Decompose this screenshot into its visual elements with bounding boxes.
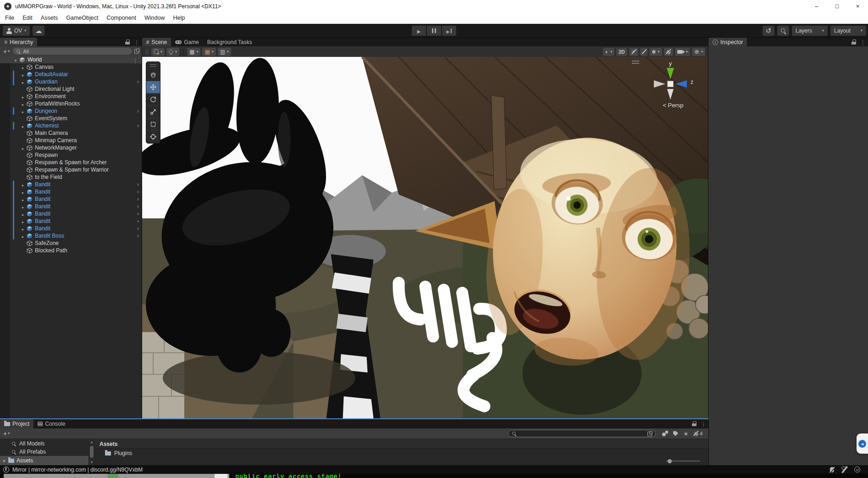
pause-button[interactable] bbox=[427, 26, 441, 36]
hidden-packages-toggle[interactable]: 4 bbox=[694, 431, 703, 436]
hierarchy-item[interactable]: Guardian bbox=[0, 78, 142, 85]
scene-audio-toggle[interactable] bbox=[640, 48, 647, 56]
children-chevron-icon[interactable] bbox=[137, 195, 139, 202]
project-search-input[interactable] bbox=[508, 430, 656, 437]
x-axis-cone[interactable] bbox=[654, 80, 665, 88]
expand-arrow-icon[interactable] bbox=[20, 71, 26, 78]
asset-folder-row[interactable]: Plugins bbox=[95, 449, 708, 458]
save-search-icon[interactable] bbox=[683, 429, 689, 438]
search-button[interactable] bbox=[777, 26, 789, 36]
grid-visibility-dropdown[interactable] bbox=[187, 48, 200, 56]
expand-arrow-icon[interactable] bbox=[20, 144, 26, 151]
hierarchy-item[interactable]: Respawn bbox=[0, 151, 142, 159]
lock-icon[interactable] bbox=[692, 421, 697, 426]
hierarchy-item[interactable]: SafeZone bbox=[0, 239, 142, 247]
hierarchy-item[interactable]: Dungeon bbox=[0, 107, 142, 115]
play-button[interactable] bbox=[412, 26, 426, 36]
maximize-button[interactable]: □ bbox=[827, 0, 847, 12]
expand-arrow-icon[interactable] bbox=[20, 210, 26, 217]
cache-server-disabled-icon[interactable] bbox=[841, 467, 847, 472]
expand-arrow-icon[interactable] bbox=[2, 457, 6, 464]
favorite-search-item[interactable]: All Prefabs bbox=[0, 448, 88, 456]
hierarchy-item[interactable]: PortalWithinRocks bbox=[0, 100, 142, 107]
expand-arrow-icon[interactable] bbox=[20, 93, 26, 100]
scene-visibility-toggle[interactable] bbox=[664, 48, 673, 56]
tab-background-tasks[interactable]: Background Tasks bbox=[203, 38, 256, 46]
hierarchy-item[interactable]: Blocked Path bbox=[0, 247, 142, 254]
gizmos-dropdown[interactable] bbox=[692, 48, 705, 56]
step-button[interactable] bbox=[442, 26, 456, 36]
hierarchy-item[interactable]: to the Field bbox=[0, 173, 142, 181]
menu-item[interactable]: GameObject bbox=[62, 12, 102, 24]
hierarchy-item[interactable]: Bandit bbox=[0, 181, 142, 188]
scale-tool[interactable] bbox=[146, 106, 160, 118]
expand-arrow-icon[interactable] bbox=[20, 195, 26, 203]
overlay-handle[interactable] bbox=[632, 61, 639, 64]
tab-game[interactable]: Game bbox=[171, 38, 203, 46]
tab-scene[interactable]: Scene bbox=[142, 38, 171, 46]
hierarchy-item[interactable]: Alchemist bbox=[0, 122, 142, 129]
expand-arrow-icon[interactable] bbox=[20, 100, 26, 107]
scene-viewport[interactable]: y z < Persp bbox=[142, 57, 708, 418]
transform-tool[interactable] bbox=[146, 130, 160, 143]
hierarchy-item[interactable]: Respawn & Spawn for Archer bbox=[0, 159, 142, 166]
menu-item[interactable]: Help bbox=[169, 12, 189, 24]
thumbnail-zoom-slider[interactable] bbox=[666, 461, 700, 461]
menu-item[interactable]: Component bbox=[102, 12, 140, 24]
search-by-type-icon[interactable] bbox=[662, 431, 668, 436]
effects-dropdown[interactable] bbox=[649, 48, 662, 56]
layout-dropdown[interactable]: Layout bbox=[830, 26, 866, 36]
children-chevron-icon[interactable] bbox=[137, 217, 139, 224]
scene-root-row[interactable]: World bbox=[0, 56, 142, 63]
orientation-gizmo[interactable]: y z < Persp bbox=[651, 61, 695, 111]
tab-hierarchy[interactable]: Hierarchy bbox=[0, 38, 37, 46]
hierarchy-item[interactable]: Bandit Boss bbox=[0, 232, 142, 239]
search-popout-icon[interactable] bbox=[647, 431, 652, 436]
children-chevron-icon[interactable] bbox=[137, 203, 139, 210]
expand-arrow-icon[interactable] bbox=[20, 181, 26, 188]
cloud-services-button[interactable] bbox=[33, 26, 44, 36]
children-chevron-icon[interactable] bbox=[137, 232, 139, 239]
panel-menu-icon[interactable] bbox=[701, 420, 706, 428]
children-chevron-icon[interactable] bbox=[137, 181, 139, 188]
create-asset-button[interactable] bbox=[2, 429, 11, 438]
children-chevron-icon[interactable] bbox=[137, 78, 139, 85]
debugger-disabled-icon[interactable] bbox=[830, 467, 834, 472]
tab-project[interactable]: Project bbox=[0, 419, 33, 428]
expand-arrow-icon[interactable] bbox=[20, 203, 26, 210]
move-tool[interactable] bbox=[146, 81, 160, 93]
hierarchy-item[interactable]: Environment bbox=[0, 93, 142, 100]
hierarchy-item[interactable]: Respawn & Spawn for Warrior bbox=[0, 166, 142, 173]
create-object-button[interactable] bbox=[2, 47, 11, 56]
hierarchy-item[interactable]: Bandit bbox=[0, 210, 142, 217]
tab-console[interactable]: Console bbox=[33, 419, 69, 428]
camera-settings-dropdown[interactable] bbox=[675, 48, 690, 56]
rotate-tool[interactable] bbox=[146, 93, 160, 106]
hierarchy-item[interactable]: Directional Light bbox=[0, 85, 142, 93]
background-activity-icon[interactable] bbox=[854, 467, 860, 472]
expand-arrow-icon[interactable] bbox=[20, 217, 26, 225]
hierarchy-item[interactable]: NetworkManager bbox=[0, 144, 142, 151]
panel-menu-icon[interactable] bbox=[860, 38, 866, 46]
assets-root-row[interactable]: Assets bbox=[0, 456, 88, 465]
hierarchy-item[interactable]: Bandit bbox=[0, 203, 142, 210]
lock-icon[interactable] bbox=[125, 39, 130, 44]
expand-arrow-icon[interactable] bbox=[20, 63, 26, 71]
minimize-button[interactable]: – bbox=[806, 0, 827, 12]
layers-dropdown[interactable]: Layers bbox=[792, 26, 828, 36]
account-dropdown[interactable]: OV bbox=[3, 26, 30, 36]
hierarchy-item[interactable]: Bandit bbox=[0, 225, 142, 232]
scroll-down-icon[interactable] bbox=[89, 460, 94, 465]
children-chevron-icon[interactable] bbox=[137, 107, 139, 114]
expand-arrow-icon[interactable] bbox=[20, 107, 26, 115]
z-axis-cone[interactable] bbox=[675, 80, 687, 88]
menu-item[interactable]: Assets bbox=[37, 12, 62, 24]
close-button[interactable]: × bbox=[847, 0, 868, 12]
hierarchy-item[interactable]: Minimap Camera bbox=[0, 137, 142, 144]
menu-item[interactable]: Edit bbox=[18, 12, 37, 24]
undo-history-button[interactable] bbox=[763, 26, 774, 36]
overlay-drag-handle[interactable] bbox=[150, 64, 156, 67]
lock-icon[interactable] bbox=[851, 39, 856, 44]
status-message[interactable]: Mirror | mirror-networking.com | discord… bbox=[12, 467, 143, 473]
search-popout-icon[interactable] bbox=[134, 49, 139, 54]
